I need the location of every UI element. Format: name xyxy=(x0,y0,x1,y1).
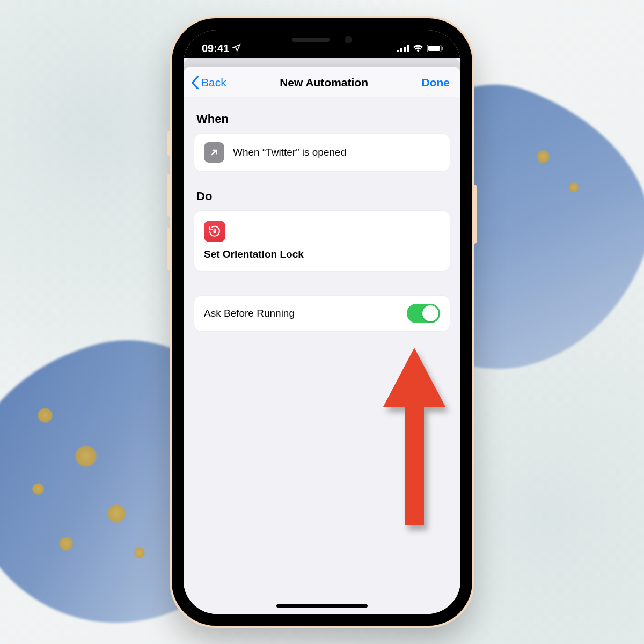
svg-rect-3 xyxy=(407,45,409,52)
done-button[interactable]: Done xyxy=(421,76,450,89)
gold-fleck xyxy=(107,504,126,523)
do-action-label: Set Orientation Lock xyxy=(204,248,440,260)
wifi-icon xyxy=(413,42,423,55)
svg-rect-1 xyxy=(400,48,402,52)
open-app-icon xyxy=(204,142,224,163)
chevron-left-icon xyxy=(191,76,199,89)
section-title-when: When xyxy=(196,112,448,126)
phone-speaker xyxy=(292,38,330,42)
page-title: New Automation xyxy=(280,76,368,89)
when-trigger-card[interactable]: When “Twitter” is opened xyxy=(194,134,450,171)
home-indicator[interactable] xyxy=(276,604,368,608)
svg-rect-6 xyxy=(442,47,444,50)
phone-frame: 09:41 xyxy=(172,18,472,626)
status-time: 09:41 xyxy=(202,42,229,55)
svg-rect-0 xyxy=(397,50,399,52)
gold-fleck xyxy=(537,150,550,163)
do-action-card[interactable]: Set Orientation Lock xyxy=(194,211,450,271)
when-trigger-text: When “Twitter” is opened xyxy=(233,147,346,158)
gold-fleck xyxy=(38,408,53,423)
section-title-do: Do xyxy=(196,189,448,203)
phone-side-button xyxy=(167,174,172,217)
back-button[interactable]: Back xyxy=(191,76,226,89)
orientation-lock-icon xyxy=(204,221,225,242)
modal-sheet: Back New Automation Done When When “Twit… xyxy=(184,67,460,614)
ask-before-running-toggle[interactable] xyxy=(407,304,440,323)
gold-fleck xyxy=(75,445,97,467)
phone-screen: 09:41 xyxy=(184,30,460,614)
location-arrow-icon xyxy=(232,42,241,55)
back-label: Back xyxy=(201,76,226,89)
svg-rect-5 xyxy=(428,46,440,51)
ask-before-running-row: Ask Before Running xyxy=(194,296,450,331)
phone-side-button xyxy=(167,131,172,156)
phone-side-button xyxy=(167,228,172,270)
gold-fleck xyxy=(134,547,145,558)
svg-rect-2 xyxy=(404,47,406,52)
gold-fleck xyxy=(59,537,73,551)
phone-notch xyxy=(255,30,389,49)
phone-side-button xyxy=(472,185,477,244)
ask-before-running-label: Ask Before Running xyxy=(204,308,295,319)
nav-bar: Back New Automation Done xyxy=(184,67,460,97)
cellular-signal-icon xyxy=(397,42,409,55)
gold-fleck xyxy=(569,182,579,192)
battery-icon xyxy=(427,42,443,55)
phone-camera xyxy=(345,36,352,43)
sheet-content: When When “Twitter” is opened Do xyxy=(184,97,460,331)
gold-fleck xyxy=(32,483,44,495)
